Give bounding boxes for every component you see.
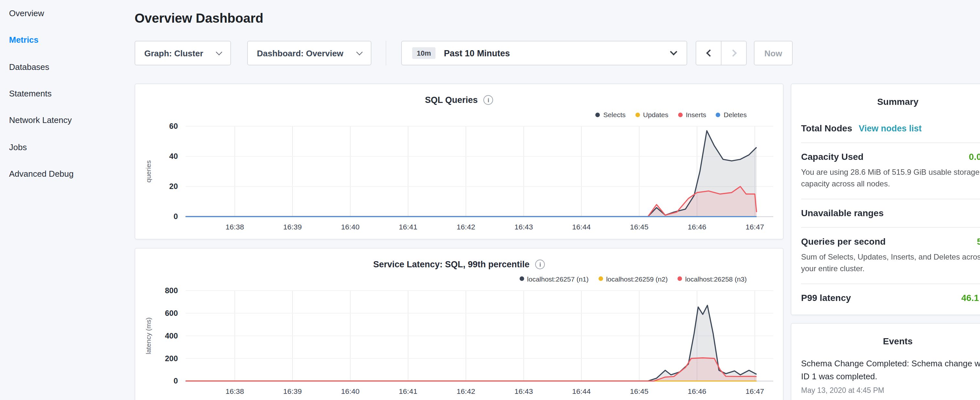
legend-item[interactable]: Deletes <box>716 111 747 118</box>
summary-title: Summary <box>801 84 980 115</box>
svg-text:40: 40 <box>169 152 178 161</box>
time-pager <box>695 41 747 65</box>
service-latency-chart[interactable]: 16:3816:3916:4016:4116:4216:4316:4416:45… <box>135 284 783 399</box>
legend-item[interactable]: Selects <box>596 111 626 118</box>
sidebar-item-metrics[interactable]: Metrics <box>0 27 135 54</box>
summary-description: Sum of Selects, Updates, Inserts, and De… <box>801 251 980 274</box>
graph-dropdown[interactable]: Graph: Cluster <box>135 41 231 65</box>
svg-text:16:41: 16:41 <box>399 223 417 231</box>
svg-text:200: 200 <box>165 354 178 362</box>
svg-text:16:42: 16:42 <box>457 387 475 395</box>
chart-header: SQL Queries i <box>135 84 783 105</box>
dashboard-dropdown[interactable]: Dashboard: Overview <box>247 41 371 65</box>
events-title: Events <box>801 324 980 354</box>
sidebar-item-jobs[interactable]: Jobs <box>0 134 135 161</box>
summary-value: 0.01% <box>969 151 980 162</box>
sidebar: Overview Metrics Databases Statements Ne… <box>0 0 135 400</box>
summary-label: Total Nodes <box>801 123 852 133</box>
svg-text:600: 600 <box>165 308 178 317</box>
svg-text:800: 800 <box>165 286 178 295</box>
summary-value: 46.1 ms <box>961 293 980 303</box>
summary-row-queries-per-second: Queries per second 59.7 Sum of Selects, … <box>801 227 980 284</box>
summary-panel: Summary Total Nodes View nodes list 3 Ca… <box>791 83 980 315</box>
svg-text:16:38: 16:38 <box>226 387 244 395</box>
chevron-down-icon <box>670 48 678 56</box>
event-item[interactable]: Schema Change Completed: Schema change w… <box>801 354 980 400</box>
sql-queries-chart-panel: SQL Queries i SelectsUpdatesInsertsDelet… <box>135 83 784 239</box>
svg-text:16:39: 16:39 <box>283 387 302 395</box>
events-panel: Events Schema Change Completed: Schema c… <box>791 323 980 400</box>
svg-text:0: 0 <box>173 212 178 221</box>
legend-dot-icon <box>596 112 600 117</box>
chevron-left-icon <box>706 49 713 57</box>
chart-title: Service Latency: SQL, 99th percentile <box>373 259 529 269</box>
legend-label: Selects <box>603 111 626 118</box>
svg-text:16:40: 16:40 <box>341 223 360 231</box>
svg-text:16:47: 16:47 <box>745 387 764 395</box>
svg-text:16:41: 16:41 <box>399 387 417 395</box>
sidebar-item-overview[interactable]: Overview <box>0 0 135 27</box>
svg-text:queries: queries <box>145 160 152 183</box>
legend-label: localhost:26257 (n1) <box>527 275 589 282</box>
legend-dot-icon <box>678 112 682 117</box>
page-title: Overview Dashboard <box>135 11 980 26</box>
time-range-dropdown[interactable]: 10m Past 10 Minutes <box>401 41 687 65</box>
chart-legend: SelectsUpdatesInsertsDeletes <box>135 111 783 118</box>
summary-description: You are using 28.6 MiB of 515.9 GiB usab… <box>801 166 980 190</box>
svg-text:16:46: 16:46 <box>688 223 706 231</box>
sql-queries-chart[interactable]: 16:3816:3916:4016:4116:4216:4316:4416:45… <box>135 120 783 234</box>
svg-text:latency (ms): latency (ms) <box>145 317 152 354</box>
legend-dot-icon <box>519 276 524 281</box>
time-back-button[interactable] <box>695 41 721 65</box>
info-icon[interactable]: i <box>535 259 545 269</box>
legend-dot-icon <box>635 112 640 117</box>
legend-item[interactable]: localhost:26257 (n1) <box>519 275 589 282</box>
legend-item[interactable]: localhost:26259 (n2) <box>598 275 667 282</box>
svg-text:16:43: 16:43 <box>514 387 533 395</box>
legend-label: Inserts <box>686 111 706 118</box>
svg-text:16:47: 16:47 <box>745 223 764 231</box>
legend-label: localhost:26258 (n3) <box>685 275 747 282</box>
svg-text:16:39: 16:39 <box>283 223 302 231</box>
summary-label: Queries per second <box>801 236 886 247</box>
chart-header: Service Latency: SQL, 99th percentile i <box>135 248 783 269</box>
legend-item[interactable]: localhost:26258 (n3) <box>678 275 747 282</box>
dashboard-content: SQL Queries i SelectsUpdatesInsertsDelet… <box>135 83 980 400</box>
summary-label: P99 latency <box>801 293 851 303</box>
svg-text:20: 20 <box>169 182 178 191</box>
svg-text:0: 0 <box>173 376 178 385</box>
legend-label: localhost:26259 (n2) <box>606 275 667 282</box>
sidebar-item-databases[interactable]: Databases <box>0 53 135 80</box>
app-viewport: Overview Metrics Databases Statements Ne… <box>0 0 980 400</box>
dashboard-dropdown-label: Dashboard: Overview <box>257 48 343 58</box>
summary-label: Unavailable ranges <box>801 208 884 218</box>
service-latency-chart-panel: Service Latency: SQL, 99th percentile i … <box>135 247 784 400</box>
chart-legend: localhost:26257 (n1)localhost:26259 (n2)… <box>135 275 783 282</box>
time-range-badge: 10m <box>412 47 436 59</box>
svg-text:16:40: 16:40 <box>341 387 360 395</box>
legend-item[interactable]: Updates <box>635 111 668 118</box>
event-message: Schema Change Completed: Schema change w… <box>801 357 980 384</box>
now-button[interactable]: Now <box>754 41 793 65</box>
sidebar-item-network-latency[interactable]: Network Latency <box>0 107 135 134</box>
chart-title: SQL Queries <box>425 95 477 105</box>
summary-label: Capacity Used <box>801 151 864 162</box>
time-forward-button[interactable] <box>721 41 747 65</box>
chevron-down-icon <box>356 49 363 55</box>
view-nodes-list-link[interactable]: View nodes list <box>859 124 922 133</box>
legend-label: Deletes <box>724 111 747 118</box>
time-range-label: Past 10 Minutes <box>444 48 510 58</box>
info-icon[interactable]: i <box>484 95 493 105</box>
toolbar-divider <box>386 41 386 65</box>
svg-text:16:42: 16:42 <box>457 223 475 231</box>
chevron-right-icon <box>729 49 737 57</box>
svg-text:16:38: 16:38 <box>226 223 244 231</box>
chevron-down-icon <box>216 49 222 55</box>
sidebar-item-statements[interactable]: Statements <box>0 80 135 107</box>
summary-row-unavailable-ranges: Unavailable ranges 0 <box>801 199 980 227</box>
toolbar: Graph: Cluster Dashboard: Overview 10m P… <box>135 41 980 65</box>
legend-dot-icon <box>598 276 603 281</box>
sidebar-item-advanced-debug[interactable]: Advanced Debug <box>0 161 135 187</box>
legend-item[interactable]: Inserts <box>678 111 706 118</box>
event-timestamp: May 13, 2020 at 4:45 PM <box>801 387 980 395</box>
